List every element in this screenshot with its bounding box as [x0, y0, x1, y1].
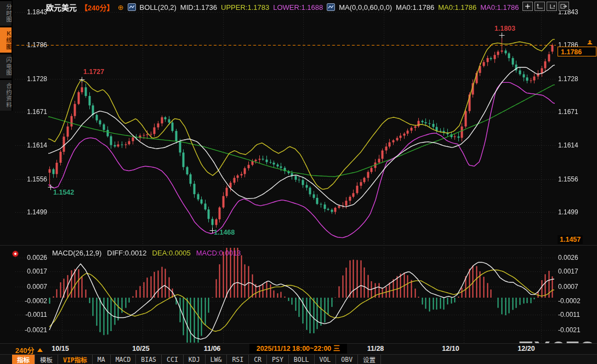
xaxis-tick-label: 12/10	[442, 345, 459, 352]
macd-axis-label: -0.0011	[25, 311, 47, 318]
macd-params-label: MACD(26,12,9)	[52, 249, 101, 257]
indicator-settings-icon[interactable]	[12, 251, 19, 257]
boll-mid-value: MID:1.1736	[180, 3, 217, 12]
xaxis-tick-label: 11/06	[204, 345, 221, 352]
macd-axis-label: 0.0017	[558, 268, 578, 275]
pane-export-icon[interactable]	[559, 2, 569, 11]
chart-toolbox	[522, 2, 569, 11]
sidebar-tab-1[interactable]: 分时图	[0, 1, 12, 26]
chart-header: 欧元美元 【240分】 ⊕ BOLL(20,2) MID:1.1736 UPPE…	[46, 2, 519, 13]
macd-dea-value: DEA:0.0005	[152, 249, 191, 257]
macd-axis-label: 0.0017	[27, 268, 47, 275]
toolbar-item-12[interactable]: PSY	[267, 355, 289, 364]
toolbar-item-14[interactable]: VOL	[315, 355, 337, 364]
selected-bar-time: 2025/11/12 18:00~22:00 三	[249, 344, 347, 354]
axis-scale-left-icon[interactable]	[535, 2, 545, 11]
macd-header: MACD(26,12,9) DIFF:0.0012 DEA:0.0005 MAC…	[52, 249, 241, 257]
axis-scale-right-icon[interactable]	[547, 2, 557, 11]
xaxis-tick-label: 11/28	[367, 345, 384, 352]
ma0-value-1: MA0:1.1786	[396, 3, 434, 12]
boll-label: BOLL(20,2)	[140, 3, 177, 12]
toolbar-item-3[interactable]: VIP指标	[58, 355, 93, 364]
toolbar-item-5[interactable]: MACD	[111, 355, 137, 364]
sidebar: 分时图K线图闪电图合约资料	[0, 0, 13, 111]
toolbar-item-16[interactable]: 设置	[358, 355, 381, 364]
scroll-to-latest-icon[interactable]	[587, 39, 593, 44]
price-chart-canvas[interactable]	[0, 0, 597, 364]
sidebar-tab-2[interactable]: K线图	[0, 27, 12, 53]
xaxis-tick-label: 10/15	[52, 345, 69, 352]
add-indicator-icon[interactable]: ⊕	[118, 4, 124, 11]
low-price-annotation: 1.1542	[53, 189, 74, 196]
chart-app: 分时图K线图闪电图合约资料 欧元美元 【240分】 ⊕ BOLL(20,2) M…	[0, 0, 597, 364]
session-low-label: 1.1457	[558, 235, 583, 244]
crosshair-move-icon[interactable]	[522, 2, 533, 11]
xaxis-tick-label: 12/20	[518, 345, 535, 352]
ma0-value-3: MA0:1.1786	[480, 3, 519, 12]
macd-left-axis: 0.00260.00170.0007-0.0002-0.0011-0.0021	[14, 0, 47, 343]
xaxis-tick-label: 10/25	[132, 345, 149, 352]
macd-axis-label: 0.0026	[558, 254, 578, 261]
current-price-badge: 1.1786	[558, 47, 596, 56]
toolbar-item-6[interactable]: BIAS	[136, 355, 162, 364]
toolbar-item-4[interactable]: MA	[93, 355, 111, 364]
ma0-value-2: MA0:1.1786	[438, 3, 476, 12]
macd-axis-label: -0.0011	[558, 311, 580, 318]
indicator-toolbar: 指标模板VIP指标MAMACDBIASCCIKDJLW&RSICRPSYBOLL…	[0, 354, 597, 364]
symbol-name: 欧元美元	[46, 2, 77, 13]
toolbar-item-11[interactable]: CR	[249, 355, 267, 364]
macd-axis-label: -0.0021	[558, 326, 581, 334]
ma-label: MA(0,0,0,60,0,0)	[339, 3, 392, 12]
toolbar-item-15[interactable]: OBV	[336, 355, 358, 364]
toolbar-item-13[interactable]: BOLL	[289, 355, 315, 364]
boll-lower-value: LOWER:1.1688	[273, 3, 323, 12]
macd-macd-value: MACD:0.0013	[196, 249, 241, 257]
sidebar-tab-4[interactable]: 合约资料	[0, 80, 12, 111]
boll-indicator-icon[interactable]	[128, 3, 136, 11]
toolbar-item-9[interactable]: LW&	[206, 355, 228, 364]
high-price-annotation: 1.1727	[83, 68, 104, 76]
sidebar-tab-3[interactable]: 闪电图	[0, 54, 12, 79]
low-price-annotation: 1.1468	[214, 229, 235, 236]
ma-indicator-icon[interactable]	[327, 3, 335, 11]
macd-axis-label: 0.0007	[558, 283, 578, 291]
toolbar-item-1[interactable]: 指标	[12, 355, 35, 364]
macd-diff-value: DIFF:0.0012	[107, 249, 146, 257]
period-label: 【240分】	[81, 2, 114, 13]
macd-axis-label: -0.0002	[25, 297, 47, 305]
toolbar-item-10[interactable]: RSI	[227, 355, 249, 364]
toolbar-item-8[interactable]: KDJ	[184, 355, 206, 364]
macd-axis-label: 0.0026	[27, 254, 47, 261]
macd-axis-label: -0.0002	[558, 297, 581, 305]
toolbar-item-2[interactable]: 模板	[35, 355, 58, 364]
toolbar-item-7[interactable]: CCI	[162, 355, 184, 364]
period-up-icon	[37, 348, 43, 352]
boll-upper-value: UPPER:1.1783	[221, 3, 269, 12]
high-price-annotation: 1.1803	[494, 25, 515, 32]
macd-axis-label: -0.0021	[25, 326, 47, 334]
macd-axis-label: 0.0007	[27, 283, 47, 291]
